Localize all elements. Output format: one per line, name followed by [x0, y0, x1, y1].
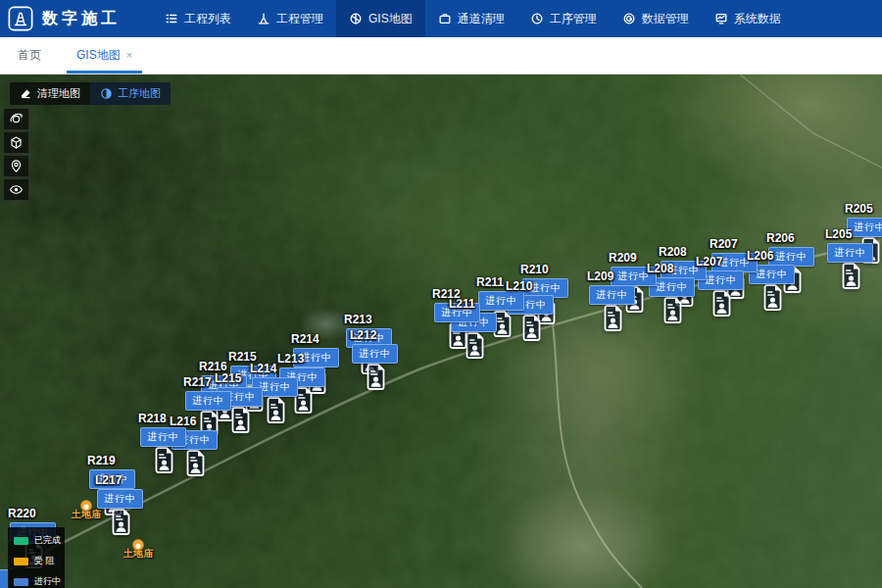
data-icon — [622, 12, 636, 25]
tab-label: GIS地图 — [76, 47, 121, 64]
tower-marker-icon-L216[interactable] — [185, 450, 206, 480]
tower-marker-icon-L205[interactable] — [841, 263, 861, 293]
nav-item-label: 系统数据 — [734, 11, 781, 27]
tower-label-L212: L212 — [350, 328, 376, 342]
nav-item-process[interactable]: 工序管理 — [517, 0, 610, 37]
poi-dot-icon — [80, 500, 92, 512]
eye-icon — [9, 182, 24, 197]
nav-item-data[interactable]: 数据管理 — [610, 0, 702, 37]
tower-label-L208: L208 — [647, 262, 673, 275]
tower-marker-icon-L208[interactable] — [662, 297, 683, 327]
tower-marker-icon-L217[interactable] — [111, 509, 131, 539]
tower-label-L215: L215 — [215, 371, 241, 385]
toolbar-button-pin[interactable] — [3, 155, 29, 177]
tower-label-R212: R212 — [432, 287, 461, 301]
pin-icon — [9, 159, 24, 173]
nav-item-label: 工程列表 — [184, 11, 231, 27]
nav-item-briefcase[interactable]: 通道清理 — [425, 0, 517, 37]
status-badge-L209[interactable]: 进行中 — [589, 285, 635, 305]
nav-items: 工程列表工程管理GIS地图通道清理工序管理数据管理系统数据 — [152, 0, 794, 37]
nav-item-label: 工序管理 — [550, 11, 597, 27]
tower-label-R207: R207 — [710, 237, 738, 251]
nav-item-label: 通道清理 — [458, 11, 505, 27]
tower-label-L206: L206 — [747, 249, 773, 263]
tower-label-R214: R214 — [291, 332, 319, 346]
poi-marker[interactable]: 土地庙 — [109, 543, 168, 561]
tower-label-L207: L207 — [696, 255, 722, 269]
tower-marker-icon-L207[interactable] — [711, 290, 732, 320]
legend-row: 受 阻 — [14, 555, 59, 567]
legend-label: 进行中 — [34, 575, 61, 588]
tower-marker-icon-L212[interactable] — [366, 364, 386, 394]
status-badge-R217[interactable]: 进行中 — [185, 391, 231, 411]
nav-item-label: 工程管理 — [276, 11, 323, 27]
toolbar-button-cube[interactable] — [3, 131, 29, 154]
toolbar-button-eye[interactable] — [3, 178, 29, 201]
tower-label-L217: L217 — [95, 473, 122, 487]
status-badge-R211[interactable]: 进行中 — [478, 291, 524, 311]
tower-label-R208: R208 — [659, 245, 687, 259]
clear-map-button[interactable]: 清理地图 — [10, 82, 90, 105]
legend-label: 已完成 — [34, 534, 61, 547]
eraser-icon — [20, 87, 32, 100]
tower-label-R209: R209 — [609, 251, 637, 265]
map-canvas[interactable]: R205 进行中L205 进行中R206 进行中L206 进行中R207 进行中… — [0, 74, 882, 588]
process-map-button[interactable]: 工序地图 — [90, 82, 171, 105]
globe-icon — [349, 12, 363, 25]
legend-swatch — [14, 578, 28, 586]
tower-label-R211: R211 — [476, 275, 504, 289]
process-map-label: 工序地图 — [118, 86, 161, 101]
nav-item-list[interactable]: 工程列表 — [152, 0, 244, 37]
tower-label-R220: R220 — [8, 507, 36, 520]
legend-label: 受 阻 — [34, 555, 55, 567]
app-window: 数字施工 工程列表工程管理GIS地图通道清理工序管理数据管理系统数据 首页GIS… — [0, 0, 882, 588]
legend: 已完成受 阻进行中 — [8, 527, 65, 588]
tower-marker-icon-L214[interactable] — [266, 397, 286, 427]
nav-item-label: GIS地图 — [368, 11, 413, 27]
tower-marker-icon-L206[interactable] — [762, 284, 783, 315]
tower-label-L216: L216 — [170, 415, 196, 428]
navbar: 数字施工 工程列表工程管理GIS地图通道清理工序管理数据管理系统数据 — [0, 0, 882, 37]
tab-close-icon[interactable]: × — [126, 50, 132, 61]
nav-item-label: 数据管理 — [642, 11, 689, 27]
tower-marker-icon-R218[interactable] — [154, 447, 174, 477]
app-title: 数字施工 — [42, 9, 121, 29]
tower-label-L214: L214 — [250, 362, 276, 375]
status-badge-R206[interactable]: 进行中 — [768, 247, 814, 267]
briefcase-icon — [438, 12, 452, 25]
legend-row: 进行中 — [14, 575, 59, 588]
terrain-overlay — [0, 74, 882, 588]
toolbar-button-satellite[interactable] — [3, 108, 29, 130]
poi-dot-icon — [132, 539, 144, 551]
tab-gis-map[interactable]: GIS地图× — [59, 37, 150, 74]
nav-item-globe[interactable]: GIS地图 — [336, 0, 425, 37]
tower-label-R219: R219 — [87, 454, 116, 467]
legend-row: 已完成 — [14, 534, 59, 547]
legend-swatch — [14, 558, 28, 565]
nav-item-system[interactable]: 系统数据 — [702, 0, 794, 37]
tab-home[interactable]: 首页 — [0, 37, 59, 74]
tower-label-L209: L209 — [587, 270, 613, 283]
cube-icon — [9, 135, 24, 150]
status-badge-L205[interactable]: 进行中 — [827, 243, 873, 263]
tower-marker-icon-L210[interactable] — [521, 315, 542, 345]
nav-item-project[interactable]: 工程管理 — [244, 0, 336, 37]
tower-label-R205: R205 — [845, 202, 873, 216]
satellite-icon — [9, 112, 24, 126]
tower-label-R217: R217 — [183, 375, 212, 389]
tower-label-R206: R206 — [766, 231, 795, 245]
tower-marker-icon-L215[interactable] — [230, 407, 251, 437]
tower-label-R213: R213 — [344, 313, 372, 326]
tower-label-L210: L210 — [506, 279, 532, 293]
tower-label-R218: R218 — [138, 412, 167, 425]
legend-swatch — [14, 537, 28, 545]
status-badge-R218[interactable]: 进行中 — [140, 427, 186, 447]
logo[interactable]: 数字施工 — [0, 6, 134, 31]
status-badge-L212[interactable]: 进行中 — [352, 344, 398, 364]
tower-marker-icon-L209[interactable] — [603, 305, 623, 335]
tab-label: 首页 — [18, 47, 41, 64]
tab-bar: 首页GIS地图× — [0, 37, 882, 74]
status-badge-R205[interactable]: 进行中 — [847, 218, 882, 237]
tower-label-L213: L213 — [277, 352, 304, 366]
status-badge-L217[interactable]: 进行中 — [97, 489, 143, 509]
